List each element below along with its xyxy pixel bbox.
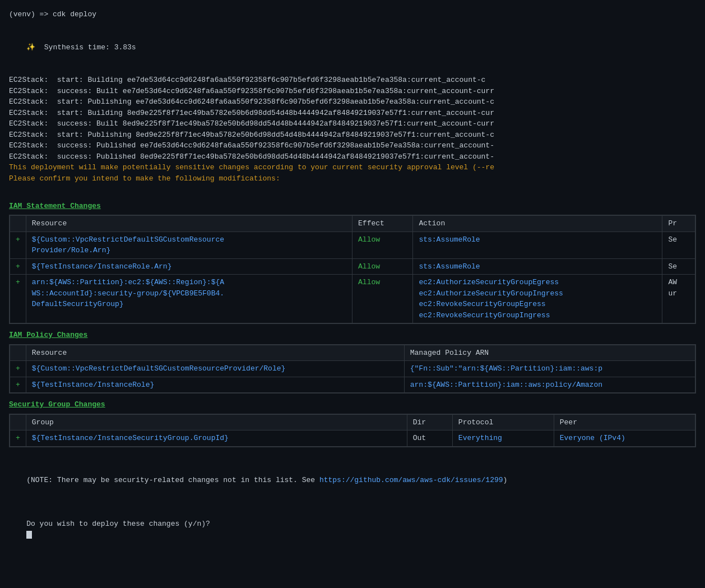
resource-cell: ${Custom::VpcRestrictDefaultSGCustomReso… — [26, 361, 404, 377]
blank-line-1 — [9, 20, 696, 31]
principal-cell: Se — [662, 258, 695, 275]
iam-statement-title: IAM Statement Changes — [9, 201, 696, 212]
plus-indicator: + — [10, 258, 26, 275]
resource-cell: ${TestInstance/InstanceRole.Arn} — [26, 258, 352, 275]
synthesis-line: ✨ Synthesis time: 3.83s — [9, 31, 696, 64]
sg-col-dir: Dir — [407, 414, 452, 430]
effect-cell: Allow — [352, 258, 413, 275]
security-group-title: Security Group Changes — [9, 399, 696, 410]
plus-indicator: + — [10, 275, 26, 323]
plus-indicator: + — [10, 377, 26, 393]
iam-pol-col-plus — [10, 345, 26, 361]
iam-policy-body: +${Custom::VpcRestrictDefaultSGCustomRes… — [10, 361, 695, 393]
github-link[interactable]: https://github.com/aws/aws-cdk/issues/12… — [319, 476, 503, 484]
blank-line-3 — [9, 184, 696, 195]
resource-cell: ${Custom::VpcRestrictDefaultSGCustomReso… — [26, 232, 352, 258]
action-cell: ec2:AuthorizeSecurityGroupEgress ec2:Aut… — [413, 275, 662, 323]
blank-line-2 — [9, 64, 696, 75]
ec2stack-line: EC2Stack: start: Building ee7de53d64cc9d… — [9, 75, 696, 86]
ec2stack-lines: EC2Stack: start: Building ee7de53d64cc9d… — [9, 75, 696, 162]
iam-stmt-col-plus — [10, 216, 26, 232]
iam-statement-body: +${Custom::VpcRestrictDefaultSGCustomRes… — [10, 232, 695, 323]
security-group-table: Group Dir Protocol Peer +${TestInstance/… — [10, 414, 695, 447]
table-row: +arn:${AWS::Partition}:ec2:${AWS::Region… — [10, 275, 695, 323]
table-row: +${Custom::VpcRestrictDefaultSGCustomRes… — [10, 361, 695, 377]
action-cell: sts:AssumeRole — [413, 258, 662, 275]
managed-arn-cell: arn:${AWS::Partition}:iam::aws:policy/Am… — [404, 377, 695, 393]
principal-cell: AW ur — [662, 275, 695, 323]
sg-col-protocol: Protocol — [452, 414, 554, 430]
iam-stmt-col-resource: Resource — [26, 216, 352, 232]
iam-policy-table: Resource Managed Policy ARN +${Custom::V… — [10, 345, 695, 393]
effect-cell: Allow — [352, 232, 413, 258]
effect-cell: Allow — [352, 275, 413, 323]
sg-col-peer: Peer — [554, 414, 695, 430]
ec2stack-line: EC2Stack: success: Built 8ed9e225f8f71ec… — [9, 118, 696, 129]
iam-statement-table: Resource Effect Action Pr +${Custom::Vpc… — [10, 215, 695, 323]
ec2stack-line: EC2Stack: start: Publishing ee7de53d64cc… — [9, 96, 696, 108]
resource-cell: ${TestInstance/InstanceRole} — [26, 377, 404, 393]
plus-indicator: + — [10, 361, 26, 377]
ec2stack-line: EC2Stack: start: Publishing 8ed9e225f8f7… — [9, 129, 696, 141]
sg-header-row: Group Dir Protocol Peer — [10, 414, 695, 430]
iam-policy-table-wrapper: Resource Managed Policy ARN +${Custom::V… — [9, 344, 696, 394]
iam-policy-header-row: Resource Managed Policy ARN — [10, 345, 695, 361]
table-row: +${TestInstance/InstanceRole}arn:${AWS::… — [10, 377, 695, 393]
table-row: +${TestInstance/InstanceSecurityGroup.Gr… — [10, 430, 695, 447]
plus-indicator: + — [10, 430, 26, 447]
blank-line-5 — [9, 497, 696, 508]
sparkle-icon: ✨ — [26, 43, 35, 52]
ec2stack-line: EC2Stack: success: Published 8ed9e225f8f… — [9, 151, 696, 163]
confirm-line: Please confirm you intend to make the fo… — [9, 173, 696, 184]
iam-stmt-col-effect: Effect — [352, 216, 413, 232]
table-row: +${TestInstance/InstanceRole.Arn}Allowst… — [10, 258, 695, 275]
deploy-prompt[interactable]: Do you wish to deploy these changes (y/n… — [9, 507, 696, 551]
ec2stack-line: EC2Stack: success: Published ee7de53d64c… — [9, 140, 696, 151]
iam-statement-table-wrapper: Resource Effect Action Pr +${Custom::Vpc… — [9, 215, 696, 324]
iam-stmt-col-principal: Pr — [662, 216, 695, 232]
group-cell: ${TestInstance/InstanceSecurityGroup.Gro… — [26, 430, 407, 447]
plus-indicator: + — [10, 232, 26, 258]
principal-cell: Se — [662, 232, 695, 258]
dir-cell: Out — [407, 430, 452, 447]
ec2stack-line: EC2Stack: start: Building 8ed9e225f8f71e… — [9, 108, 696, 119]
blank-line-4 — [9, 453, 696, 464]
note-line: (NOTE: There may be security-related cha… — [9, 464, 696, 497]
ec2stack-line: EC2Stack: success: Built ee7de53d64cc9d6… — [9, 86, 696, 97]
sg-body: +${TestInstance/InstanceSecurityGroup.Gr… — [10, 430, 695, 447]
sg-col-group: Group — [26, 414, 407, 430]
table-row: +${Custom::VpcRestrictDefaultSGCustomRes… — [10, 232, 695, 258]
sg-col-plus — [10, 414, 26, 430]
command-line: (venv) => cdk deploy — [9, 9, 696, 20]
iam-pol-col-arn: Managed Policy ARN — [404, 345, 695, 361]
iam-stmt-col-action: Action — [413, 216, 662, 232]
iam-policy-title: IAM Policy Changes — [9, 330, 696, 341]
cursor — [26, 531, 32, 539]
managed-arn-cell: {"Fn::Sub":"arn:${AWS::Partition}:iam::a… — [404, 361, 695, 377]
iam-pol-col-resource: Resource — [26, 345, 404, 361]
security-group-table-wrapper: Group Dir Protocol Peer +${TestInstance/… — [9, 414, 696, 447]
protocol-cell: Everything — [452, 430, 554, 447]
warning-line: This deployment will make potentially se… — [9, 162, 696, 173]
iam-statement-header-row: Resource Effect Action Pr — [10, 216, 695, 232]
action-cell: sts:AssumeRole — [413, 232, 662, 258]
terminal-output: (venv) => cdk deploy ✨ Synthesis time: 3… — [9, 9, 696, 551]
peer-cell: Everyone (IPv4) — [554, 430, 695, 447]
resource-cell: arn:${AWS::Partition}:ec2:${AWS::Region}… — [26, 275, 352, 323]
